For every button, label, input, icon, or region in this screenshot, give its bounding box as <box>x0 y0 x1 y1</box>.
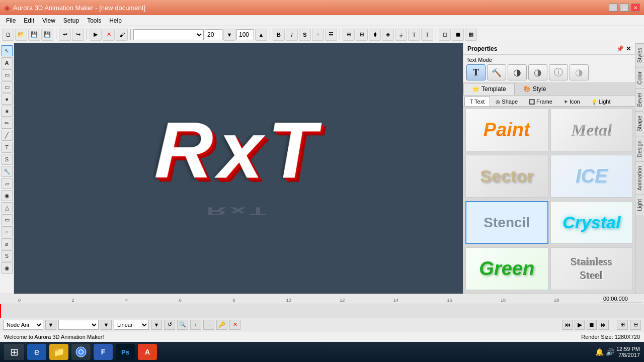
italic-button[interactable]: I <box>286 29 298 41</box>
side-tab-styles[interactable]: Styles <box>635 43 644 67</box>
font-dropdown[interactable] <box>133 29 204 40</box>
template-green[interactable]: Green <box>465 247 548 290</box>
template-ice[interactable]: ICE <box>550 155 633 198</box>
close-button[interactable]: ✕ <box>631 4 640 12</box>
restore-button[interactable]: □ <box>620 4 629 12</box>
tool3-button[interactable]: ⧫ <box>369 29 381 41</box>
side-tab-shape[interactable]: Shape <box>635 111 644 136</box>
strikethrough-button[interactable]: S <box>299 29 311 41</box>
link-tool[interactable]: ⌀ <box>2 238 13 249</box>
tool4-button[interactable]: ◈ <box>382 29 394 41</box>
panel-pin-button[interactable]: 📌 <box>616 45 624 52</box>
clear-button[interactable]: ✕ <box>103 29 115 41</box>
text-tool[interactable]: A <box>2 57 13 68</box>
align-button[interactable]: ≡ <box>312 29 324 41</box>
linear-select[interactable]: Linear <box>114 320 149 330</box>
template-steel[interactable]: StainlessSteel <box>550 247 633 290</box>
text2-tool[interactable]: T <box>2 142 13 153</box>
circle-tool[interactable]: ● <box>2 94 13 105</box>
new-button[interactable]: 🗋 <box>2 29 14 41</box>
line-tool[interactable]: ╱ <box>2 130 13 141</box>
star-tool[interactable]: ★ <box>2 106 13 117</box>
box-tool[interactable]: ▭ <box>2 214 13 225</box>
forward-btn[interactable]: ⏭ <box>599 320 609 330</box>
template-paint[interactable]: Paint <box>465 109 548 151</box>
pen-tool[interactable]: ✏ <box>2 118 13 129</box>
start-button[interactable]: ⊞ <box>4 344 24 360</box>
render1-button[interactable]: ◻ <box>439 29 451 41</box>
rewind-btn[interactable]: ⏮ <box>562 320 573 330</box>
template-sector[interactable]: Sector <box>465 155 548 198</box>
taskbar-photoshop[interactable]: Ps <box>116 344 135 360</box>
tab-template[interactable]: ⭐ Template <box>463 83 515 95</box>
dot-tool[interactable]: ◉ <box>2 262 13 274</box>
menu-file[interactable]: File <box>2 16 20 25</box>
text-mode-6[interactable]: ◑ <box>570 64 589 80</box>
render3-button[interactable]: ▦ <box>465 29 477 41</box>
tab-style[interactable]: 🎨 Style <box>515 83 555 95</box>
template-stencil[interactable]: Stencil <box>465 201 548 244</box>
canvas-area[interactable]: RxT RxT <box>14 43 463 294</box>
timeline-track[interactable] <box>0 304 644 318</box>
search-btn[interactable]: 🔍 <box>177 320 188 330</box>
shape-tool[interactable]: ▱ <box>2 178 13 189</box>
open-button[interactable]: 📂 <box>15 29 27 41</box>
side-tab-light[interactable]: Light <box>635 195 644 215</box>
subtab-text[interactable]: T Text <box>464 97 490 106</box>
bold-button[interactable]: B <box>273 29 285 41</box>
tool6-button[interactable]: T <box>408 29 420 41</box>
rect2-tool[interactable]: ▭ <box>2 81 13 93</box>
render-button[interactable]: ▶ <box>90 29 102 41</box>
save-as-button[interactable]: 💾 <box>41 29 53 41</box>
s-tool[interactable]: S <box>2 154 13 165</box>
add-btn[interactable]: + <box>190 320 201 330</box>
text-mode-1[interactable]: T <box>466 64 486 80</box>
ring-tool[interactable]: ○ <box>2 226 13 237</box>
template-metal[interactable]: Metal <box>550 109 633 151</box>
tri-tool[interactable]: △ <box>2 202 13 213</box>
subtab-light[interactable]: 💡 Light <box>586 97 616 106</box>
side-tab-design[interactable]: Design <box>635 136 644 161</box>
delete-btn[interactable]: ✕ <box>229 320 240 330</box>
redo-button[interactable]: ↪ <box>72 29 84 41</box>
minimize-button[interactable]: ─ <box>609 4 618 12</box>
screen-btn[interactable]: ⊞ <box>617 320 628 330</box>
refresh-btn[interactable]: ↺ <box>164 320 175 330</box>
ctrl-dropdown1[interactable]: ▼ <box>45 320 56 330</box>
side-tab-bevel[interactable]: Bevel <box>635 88 644 111</box>
save-button[interactable]: 💾 <box>28 29 40 41</box>
subtab-shape[interactable]: ◎ Shape <box>490 97 523 106</box>
side-tab-color[interactable]: Color <box>635 67 644 88</box>
spiral-tool[interactable]: S <box>2 250 13 261</box>
taskbar-explorer[interactable]: 📁 <box>49 344 68 360</box>
text-mode-4[interactable]: ◑ <box>528 64 547 80</box>
panel-close-button[interactable]: ✕ <box>626 45 631 52</box>
font-size-input[interactable] <box>205 29 222 40</box>
render2-button[interactable]: ◼ <box>452 29 464 41</box>
taskbar-chrome[interactable] <box>71 344 91 360</box>
menu-view[interactable]: View <box>38 16 59 25</box>
rect-tool[interactable]: ▭ <box>2 69 13 80</box>
timeline-track-select[interactable] <box>58 320 99 330</box>
text-mode-5[interactable]: ⓘ <box>549 64 568 80</box>
undo-button[interactable]: ↩ <box>59 29 71 41</box>
subtab-frame[interactable]: 🔲 Frame <box>523 97 558 106</box>
taskbar-folders[interactable]: F <box>94 344 113 360</box>
stop-btn[interactable]: ⏹ <box>587 320 597 330</box>
side-tab-animation[interactable]: Animation <box>635 161 644 195</box>
menu-edit[interactable]: Edit <box>20 16 38 25</box>
menu-help[interactable]: Help <box>105 16 126 25</box>
play-btn[interactable]: ▶ <box>575 320 585 330</box>
remove-btn[interactable]: − <box>203 320 214 330</box>
node-ani-select[interactable]: Node Ani <box>3 320 43 330</box>
select-tool[interactable]: ↖ <box>2 45 13 56</box>
menu-tools[interactable]: Tools <box>83 16 105 25</box>
taskbar-aurora[interactable]: A <box>138 344 157 360</box>
text-mode-2[interactable]: 🔨 <box>487 64 506 80</box>
taskbar-ie[interactable]: e <box>27 344 46 360</box>
tool2-button[interactable]: ⊞ <box>356 29 368 41</box>
template-crystal[interactable]: Crystal <box>550 201 633 244</box>
end-btn[interactable]: ⊟ <box>630 320 641 330</box>
ctrl-dropdown3[interactable]: ▼ <box>151 320 162 330</box>
keyframe-btn[interactable]: 🔑 <box>216 320 227 330</box>
